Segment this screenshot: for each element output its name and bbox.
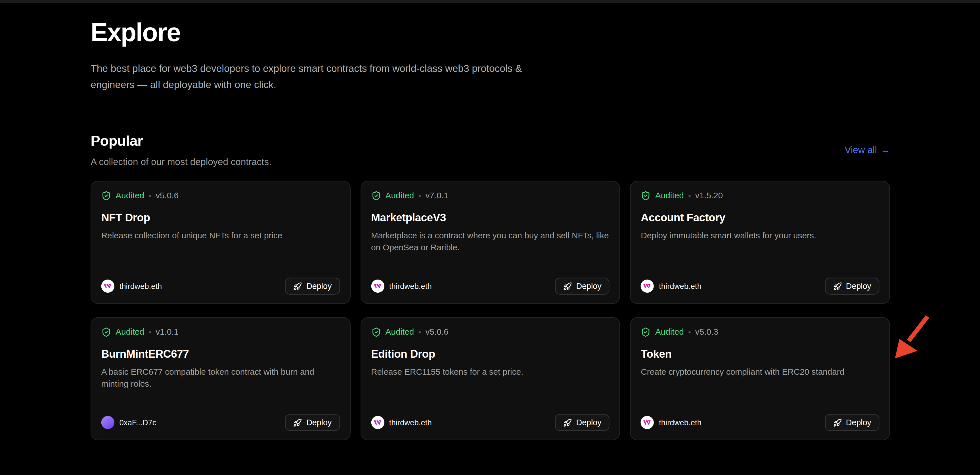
badge-row: Audited • v1.0.1 — [101, 327, 340, 337]
popular-section-header: Popular A collection of our most deploye… — [91, 133, 890, 167]
publisher-avatar — [101, 279, 115, 293]
separator-dot: • — [688, 327, 691, 337]
deploy-label: Deploy — [576, 282, 601, 291]
shield-check-icon — [641, 327, 651, 337]
deploy-button[interactable]: Deploy — [825, 277, 880, 294]
shield-check-icon — [101, 191, 111, 201]
deploy-button[interactable]: Deploy — [555, 414, 610, 431]
contract-card-edition-drop[interactable]: Audited • v5.0.6 Edition Drop Release ER… — [361, 317, 620, 440]
deploy-button[interactable]: Deploy — [825, 414, 880, 431]
contract-version: v1.0.1 — [156, 327, 178, 337]
contract-description: Release ERC1155 tokens for a set price. — [371, 367, 609, 414]
badge-row: Audited • v5.0.3 — [641, 327, 879, 337]
badge-row: Audited • v5.0.6 — [101, 191, 340, 201]
contract-card-burnminterc677[interactable]: Audited • v1.0.1 BurnMintERC677 A basic … — [91, 317, 350, 440]
card-footer: thirdweb.eth Deploy — [371, 414, 609, 431]
contract-version: v7.0.1 — [425, 191, 448, 201]
contract-card-grid: Audited • v5.0.6 NFT Drop Release collec… — [91, 181, 890, 440]
contract-version: v5.0.6 — [425, 327, 448, 337]
contract-title: NFT Drop — [101, 211, 340, 225]
contract-version: v5.0.3 — [695, 327, 718, 337]
audited-badge: Audited — [655, 191, 684, 201]
publisher-name[interactable]: 0xaF...D7c — [119, 418, 156, 427]
rocket-icon — [293, 418, 302, 427]
badge-row: Audited • v7.0.1 — [371, 191, 609, 201]
publisher-name[interactable]: thirdweb.eth — [389, 418, 432, 427]
audited-badge: Audited — [116, 191, 144, 201]
contract-description: A basic ERC677 compatible token contract… — [101, 367, 340, 414]
publisher-avatar — [641, 279, 654, 293]
shield-check-icon — [371, 327, 381, 337]
card-footer: thirdweb.eth Deploy — [641, 277, 879, 294]
deploy-button[interactable]: Deploy — [285, 414, 340, 431]
contract-card-marketplacev3[interactable]: Audited • v7.0.1 MarketplaceV3 Marketpla… — [361, 181, 620, 304]
popular-heading-block: Popular A collection of our most deploye… — [91, 133, 271, 167]
rocket-icon — [293, 282, 302, 291]
contract-description: Deploy immutable smart wallets for your … — [641, 230, 879, 277]
contract-title: Edition Drop — [371, 348, 609, 361]
contract-card-nft-drop[interactable]: Audited • v5.0.6 NFT Drop Release collec… — [91, 181, 350, 304]
separator-dot: • — [149, 327, 151, 337]
thirdweb-logo-icon — [374, 419, 382, 425]
audited-badge: Audited — [385, 191, 414, 201]
publisher-name[interactable]: thirdweb.eth — [659, 418, 702, 427]
publisher-avatar — [101, 416, 115, 429]
view-all-label: View all — [845, 145, 877, 155]
card-footer: thirdweb.eth Deploy — [371, 277, 609, 294]
separator-dot: • — [418, 327, 421, 337]
thirdweb-logo-icon — [374, 283, 382, 289]
publisher-avatar — [371, 279, 384, 293]
publisher-avatar — [371, 416, 384, 429]
deploy-label: Deploy — [846, 282, 871, 291]
thirdweb-logo-icon — [643, 283, 652, 289]
popular-heading: Popular — [91, 133, 271, 150]
page-content: Explore The best place for web3 develope… — [0, 3, 980, 440]
popular-subheading: A collection of our most deployed contra… — [91, 156, 271, 167]
rocket-icon — [563, 418, 572, 427]
contract-description: Marketplace is a contract where you can … — [371, 230, 609, 277]
separator-dot: • — [418, 191, 421, 201]
contract-description: Create cryptocurrency compliant with ERC… — [641, 367, 879, 414]
badge-row: Audited • v1.5.20 — [641, 191, 879, 201]
contract-title: MarketplaceV3 — [371, 211, 609, 225]
deploy-label: Deploy — [846, 418, 871, 427]
contract-description: Release collection of unique NFTs for a … — [101, 230, 340, 277]
contract-title: BurnMintERC677 — [101, 348, 340, 361]
separator-dot: • — [149, 191, 151, 201]
contract-card-token[interactable]: Audited • v5.0.3 Token Create cryptocurr… — [630, 317, 890, 440]
publisher-name[interactable]: thirdweb.eth — [119, 282, 162, 291]
explore-page: Explore The best place for web3 develope… — [0, 0, 980, 475]
shield-check-icon — [101, 327, 111, 337]
contract-title: Token — [641, 348, 879, 361]
page-subtitle: The best place for web3 developers to ex… — [91, 61, 523, 92]
deploy-button[interactable]: Deploy — [555, 277, 610, 294]
contract-version: v1.5.20 — [695, 191, 723, 201]
contract-card-account-factory[interactable]: Audited • v1.5.20 Account Factory Deploy… — [630, 181, 890, 304]
audited-badge: Audited — [385, 327, 414, 337]
view-all-link[interactable]: View all → — [845, 145, 890, 155]
arrow-right-icon: → — [881, 145, 890, 155]
rocket-icon — [563, 282, 572, 291]
card-footer: thirdweb.eth Deploy — [101, 277, 340, 294]
deploy-button[interactable]: Deploy — [285, 277, 340, 294]
shield-check-icon — [371, 191, 381, 201]
rocket-icon — [833, 418, 842, 427]
deploy-label: Deploy — [306, 418, 332, 427]
viewport-top-edge — [0, 0, 980, 2]
badge-row: Audited • v5.0.6 — [371, 327, 609, 337]
deploy-label: Deploy — [306, 282, 332, 291]
card-footer: thirdweb.eth Deploy — [641, 414, 879, 431]
publisher-name[interactable]: thirdweb.eth — [659, 282, 702, 291]
contract-version: v5.0.6 — [156, 191, 178, 201]
contract-title: Account Factory — [641, 211, 879, 225]
page-title: Explore — [91, 19, 890, 46]
publisher-name[interactable]: thirdweb.eth — [389, 282, 432, 291]
shield-check-icon — [641, 191, 651, 201]
rocket-icon — [833, 282, 842, 291]
separator-dot: • — [688, 191, 691, 201]
deploy-label: Deploy — [576, 418, 601, 427]
audited-badge: Audited — [655, 327, 684, 337]
thirdweb-logo-icon — [643, 419, 652, 425]
publisher-avatar — [641, 416, 654, 429]
thirdweb-logo-icon — [103, 283, 112, 289]
